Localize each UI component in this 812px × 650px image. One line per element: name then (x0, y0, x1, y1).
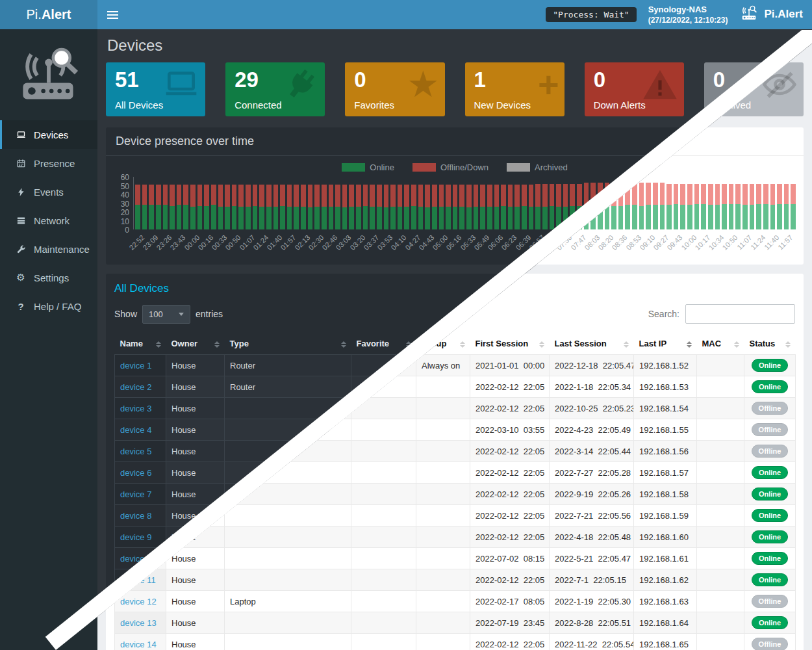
chart-bar[interactable] (453, 185, 458, 229)
column-header-mac[interactable]: MAC (697, 333, 744, 355)
app-logo[interactable]: Pi.Alert (0, 0, 97, 29)
summary-card-favorites[interactable]: 0★Favorites (345, 62, 444, 116)
chart-bar[interactable] (446, 185, 451, 229)
chart-bar[interactable] (183, 185, 188, 229)
column-header-type[interactable]: Type (225, 333, 351, 355)
chart-bar[interactable] (287, 185, 292, 229)
column-header-last-ip[interactable]: Last IP (634, 333, 697, 355)
chart-bar[interactable] (674, 184, 679, 229)
chart-bar[interactable] (135, 185, 140, 229)
search-input[interactable] (685, 304, 795, 324)
chart-bar[interactable] (632, 183, 637, 229)
chart-bar[interactable] (238, 185, 244, 229)
sidebar-item-network[interactable]: Network (0, 206, 97, 235)
chart-bar[interactable] (550, 184, 555, 229)
chart-bar[interactable] (163, 185, 168, 229)
chart-bar[interactable] (735, 184, 741, 229)
device-link[interactable]: device 12 (120, 597, 157, 606)
chart-bar[interactable] (177, 185, 182, 229)
chart-bar[interactable] (494, 185, 500, 229)
column-header-favorite[interactable]: Favorite (351, 333, 416, 355)
chart-bar[interactable] (246, 185, 251, 229)
summary-card-connected[interactable]: 29Connected (225, 62, 325, 116)
chart-bar[interactable] (584, 183, 589, 229)
chart-bar[interactable] (701, 184, 706, 229)
chart-bar[interactable] (570, 184, 575, 229)
chart-bar[interactable] (694, 184, 700, 229)
chart-bar[interactable] (756, 184, 761, 229)
chart-bar[interactable] (370, 185, 375, 229)
legend-item-archived[interactable]: Archived (507, 162, 568, 172)
chart-bar[interactable] (225, 185, 230, 229)
chart-bar[interactable] (439, 185, 444, 229)
column-header-first-session[interactable]: First Session (470, 333, 550, 355)
chart-bar[interactable] (356, 185, 361, 229)
chart-bar[interactable] (204, 185, 209, 229)
chart-bar[interactable] (459, 185, 464, 229)
chart-bar[interactable] (322, 185, 327, 229)
chart-bar[interactable] (432, 185, 437, 229)
chart-bar[interactable] (211, 185, 216, 229)
chart-bar[interactable] (170, 185, 175, 229)
chart-bar[interactable] (411, 185, 416, 229)
chart-bar[interactable] (301, 185, 306, 229)
summary-card-new-devices[interactable]: 1+New Devices (465, 62, 565, 116)
sidebar-item-events[interactable]: Events (0, 177, 97, 206)
sidebar-item-settings[interactable]: ⚙Settings (0, 263, 97, 292)
chart-bar[interactable] (253, 185, 258, 229)
chart-bar[interactable] (142, 185, 147, 229)
chart-bar[interactable] (577, 184, 582, 229)
device-link[interactable]: device 5 (120, 447, 151, 456)
device-link[interactable]: device 13 (120, 618, 157, 628)
summary-card-down-alerts[interactable]: 0Down Alerts (585, 62, 684, 116)
chart-bar[interactable] (363, 185, 368, 229)
chart-bar[interactable] (480, 185, 485, 229)
sidebar-item-devices[interactable]: Devices (0, 120, 97, 149)
device-link[interactable]: device 4 (120, 425, 151, 435)
chart-bar[interactable] (425, 185, 430, 229)
chart-bar[interactable] (508, 185, 513, 229)
chart-bar[interactable] (556, 184, 561, 229)
chart-bar[interactable] (770, 184, 776, 229)
chart-bar[interactable] (466, 185, 472, 229)
chart-bar[interactable] (646, 183, 651, 229)
chart-bar[interactable] (294, 185, 299, 229)
chart-bar[interactable] (666, 184, 672, 229)
chart-bar[interactable] (708, 184, 713, 229)
chart-bar[interactable] (653, 183, 658, 229)
chart-bar[interactable] (535, 184, 540, 229)
chart-bar[interactable] (514, 185, 520, 229)
chart-bar[interactable] (314, 185, 320, 229)
chart-bar[interactable] (349, 185, 354, 229)
chart-bar[interactable] (404, 185, 409, 229)
summary-card-all-devices[interactable]: 51All Devices (106, 62, 205, 116)
chart-bar[interactable] (750, 184, 755, 229)
chart-bar[interactable] (529, 185, 534, 229)
device-link[interactable]: device 14 (120, 640, 157, 649)
chart-bar[interactable] (329, 185, 334, 229)
chart-bar[interactable] (542, 184, 548, 229)
device-link[interactable]: device 8 (120, 511, 151, 521)
sidebar-item-presence[interactable]: Presence (0, 149, 97, 177)
chart-bar[interactable] (384, 185, 389, 229)
chart-bar[interactable] (232, 185, 237, 229)
column-header-owner[interactable]: Owner (166, 333, 225, 355)
chart-bar[interactable] (722, 184, 727, 229)
chart-bar[interactable] (639, 183, 644, 229)
legend-item-offline-down[interactable]: Offline/Down (412, 162, 488, 172)
chart-bar[interactable] (763, 184, 768, 229)
sidebar-item-maintenance[interactable]: Maintenance (0, 235, 97, 263)
chart-bar[interactable] (715, 184, 720, 229)
chart-bar[interactable] (777, 184, 782, 229)
chart-bar[interactable] (791, 184, 796, 229)
chart-bar[interactable] (390, 185, 396, 229)
chart-bar[interactable] (418, 185, 424, 229)
legend-item-online[interactable]: Online (342, 162, 394, 172)
chart-bar[interactable] (680, 184, 685, 229)
chart-bar[interactable] (266, 185, 272, 229)
chart-bar[interactable] (156, 185, 161, 229)
device-link[interactable]: device 7 (120, 489, 151, 499)
device-link[interactable]: device 1 (120, 361, 151, 370)
chart-bar[interactable] (259, 185, 264, 229)
column-header-last-session[interactable]: Last Session (550, 333, 634, 355)
